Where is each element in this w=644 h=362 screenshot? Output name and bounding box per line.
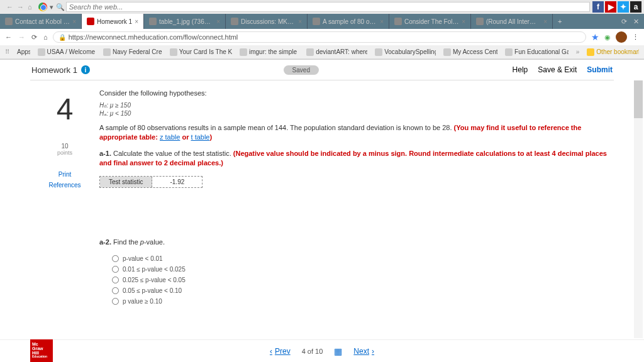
tab-close-icon[interactable]: × bbox=[72, 18, 76, 25]
radio-option-3[interactable]: 0.05 ≤ p-value < 0.10 bbox=[99, 285, 614, 296]
tab-2[interactable]: table_1.jpg (736×1757)× bbox=[144, 14, 226, 29]
next-button[interactable]: Next› bbox=[353, 347, 374, 356]
bottom-nav: Mc Graw Hill Education ‹Prev 4 of 10 ▦ N… bbox=[0, 339, 644, 362]
search-input[interactable] bbox=[66, 2, 590, 12]
url-nav: ← → ⟳ ⌂ bbox=[5, 33, 48, 41]
reload-icon[interactable]: ⟳ bbox=[31, 33, 37, 41]
radio-option-0[interactable]: p-value < 0.01 bbox=[99, 253, 614, 264]
menu-icon[interactable]: ⋮ bbox=[632, 33, 639, 41]
reload-icon[interactable]: ⟳ bbox=[621, 18, 627, 26]
a1-text: Calculate the value of the test statisti… bbox=[111, 150, 233, 157]
bookmark-item[interactable]: USAA / Welcome to bbox=[38, 48, 96, 56]
app-icon[interactable]: ✦ bbox=[618, 1, 629, 13]
forward-arrow-icon[interactable]: → bbox=[17, 3, 24, 11]
home-icon[interactable]: ⌂ bbox=[28, 3, 32, 11]
radio-input[interactable] bbox=[112, 298, 119, 305]
radio-input[interactable] bbox=[112, 277, 119, 283]
grid-icon[interactable]: ▦ bbox=[334, 346, 342, 356]
tab-close-icon[interactable]: × bbox=[380, 18, 384, 25]
bookmark-label: Fun Educational Gam bbox=[514, 48, 569, 55]
z-table-link[interactable]: z table bbox=[160, 133, 180, 141]
bookmark-item[interactable]: My Access Center bbox=[443, 48, 497, 56]
radio-input[interactable] bbox=[112, 266, 119, 273]
close-window-icon[interactable]: ✕ bbox=[633, 18, 639, 26]
radio-option-1[interactable]: 0.01 ≤ p-value < 0.025 bbox=[99, 264, 614, 275]
youtube-icon[interactable]: ▶ bbox=[605, 1, 616, 13]
help-link[interactable]: Help bbox=[513, 65, 528, 74]
url-input[interactable]: 🔒 https://newconnect.mheducation.com/flo… bbox=[53, 31, 586, 43]
radio-input[interactable] bbox=[112, 287, 119, 294]
apps-icon[interactable]: ⠿ bbox=[5, 48, 9, 55]
radio-option-2[interactable]: 0.025 ≤ p-value < 0.05 bbox=[99, 275, 614, 285]
bookmark-item[interactable]: Your Card Is The Key bbox=[170, 48, 232, 56]
or-text: or bbox=[180, 133, 191, 141]
facebook-icon[interactable]: f bbox=[592, 1, 604, 13]
close-paren: ) bbox=[209, 133, 212, 141]
prev-button[interactable]: ‹Prev bbox=[270, 347, 291, 356]
profile-avatar[interactable] bbox=[616, 31, 627, 43]
references-link[interactable]: References bbox=[30, 182, 99, 189]
other-bookmarks[interactable]: Other bookmarks bbox=[587, 48, 639, 56]
tab-0[interactable]: Contact at Kobol Chap× bbox=[0, 14, 82, 29]
tab-5[interactable]: Consider The Follown× bbox=[389, 14, 471, 29]
bookmark-item[interactable]: Apps bbox=[17, 48, 30, 55]
tab-1[interactable]: Homework 1× bbox=[82, 14, 144, 29]
tab-close-icon[interactable]: × bbox=[216, 18, 220, 25]
bookmark-item[interactable]: deviantART: where A bbox=[306, 48, 367, 56]
logo-line: Education bbox=[32, 355, 51, 358]
chevron-left-icon: ‹ bbox=[270, 347, 272, 356]
back-arrow-icon[interactable]: ← bbox=[6, 3, 13, 11]
tab-favicon bbox=[149, 18, 157, 25]
amazon-icon[interactable]: a bbox=[630, 1, 641, 13]
bookmark-item[interactable]: VocabularySpellingC bbox=[375, 48, 436, 56]
tab-label: Contact at Kobol Chap bbox=[15, 18, 70, 25]
bookmark-item[interactable]: Navy Federal Credit bbox=[103, 48, 162, 56]
bookmark-label: deviantART: where A bbox=[316, 48, 367, 55]
opt-label: p value ≥ 0.10 bbox=[123, 298, 162, 305]
tab-add-button[interactable]: + bbox=[553, 14, 567, 29]
url-text: https://newconnect.mheducation.com/flow/… bbox=[69, 33, 238, 41]
tab-close-icon[interactable]: × bbox=[298, 18, 302, 25]
extension-icon[interactable]: ◉ bbox=[604, 33, 611, 41]
lock-icon: 🔒 bbox=[58, 34, 66, 41]
tab-close-icon[interactable]: × bbox=[135, 18, 138, 25]
t-table-link[interactable]: t table bbox=[191, 133, 210, 141]
home-icon[interactable]: ⌂ bbox=[43, 33, 48, 41]
bookmark-favicon bbox=[443, 48, 451, 56]
stat-value-input[interactable]: -1.92 bbox=[152, 177, 202, 187]
submit-link[interactable]: Submit bbox=[587, 65, 613, 74]
tabs-row: Contact at Kobol Chap× Homework 1× table… bbox=[0, 14, 644, 29]
tab-label: Homework 1 bbox=[97, 18, 132, 25]
scrollbar[interactable] bbox=[634, 80, 643, 338]
save-exit-link[interactable]: Save & Exit bbox=[538, 65, 577, 74]
homework-title: Homework 1 i bbox=[31, 65, 90, 75]
tab-favicon bbox=[231, 18, 238, 25]
of-text: of bbox=[308, 348, 313, 355]
a2-section: a-2. Find the p-value. p-value < 0.01 0.… bbox=[99, 238, 614, 307]
tab-close-icon[interactable]: × bbox=[462, 18, 465, 25]
tab-3[interactable]: Discussions: MKT 210× bbox=[226, 14, 308, 29]
tab-favicon bbox=[476, 18, 484, 25]
radio-input[interactable] bbox=[112, 255, 119, 262]
tab-6[interactable]: (Round All Intermediat× bbox=[471, 14, 553, 29]
url-right: ★ ◉ ⋮ bbox=[591, 31, 639, 43]
print-link[interactable]: Print bbox=[30, 171, 99, 178]
radio-option-4[interactable]: p value ≥ 0.10 bbox=[99, 296, 614, 307]
opt-label: 0.025 ≤ p-value < 0.05 bbox=[123, 277, 186, 283]
tab-favicon bbox=[87, 18, 94, 25]
bookmark-item[interactable]: imgur: the simple im bbox=[240, 48, 299, 56]
mcgraw-logo: Mc Graw Hill Education bbox=[30, 339, 53, 362]
dropdown-icon[interactable]: ▾ bbox=[50, 3, 53, 11]
tab-4[interactable]: A sample of 80 observ× bbox=[308, 14, 389, 29]
sample-text: A sample of 80 observations results in a… bbox=[99, 123, 614, 143]
back-icon[interactable]: ← bbox=[5, 33, 12, 41]
a1-section: a-1. Calculate the value of the test sta… bbox=[99, 149, 614, 168]
bookmark-item[interactable]: Fun Educational Gam bbox=[505, 48, 569, 56]
tab-close-icon[interactable]: × bbox=[543, 18, 547, 25]
bookmark-star-icon[interactable]: ★ bbox=[591, 32, 599, 42]
scroll-thumb[interactable] bbox=[634, 80, 643, 118]
tab-label: Discussions: MKT 210 bbox=[241, 18, 296, 25]
forward-icon[interactable]: → bbox=[18, 33, 25, 41]
info-icon[interactable]: i bbox=[81, 65, 90, 74]
tab-label: A sample of 80 observ bbox=[323, 18, 377, 25]
